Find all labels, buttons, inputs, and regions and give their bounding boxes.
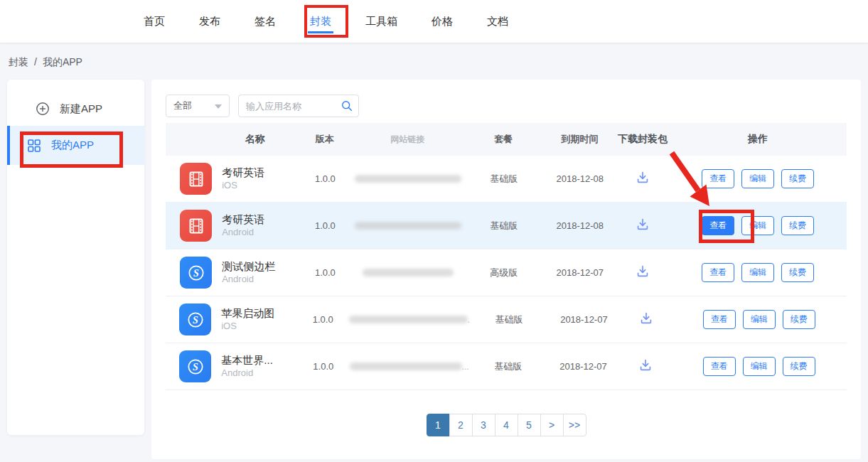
table-row: 考研英语 iOS 1.0.0 基础版 2018-12-08 查看 编辑 续费 (166, 156, 847, 203)
col-header-link: 网站链接 (351, 134, 464, 146)
plan-badge: 基础版 (469, 360, 547, 373)
website-link-blurred (352, 269, 464, 276)
expiry-date: 2018-12-07 (548, 314, 620, 325)
page-button-1[interactable]: 1 (427, 414, 450, 436)
sidebar-item-my-app[interactable]: 我的APP (7, 126, 144, 165)
page-button-5[interactable]: 5 (518, 414, 541, 436)
breadcrumb: 封装 / 我的APP (9, 56, 82, 69)
page-button-2[interactable]: 2 (449, 414, 473, 436)
breadcrumb-current: 我的APP (43, 56, 82, 69)
svg-text:S: S (193, 315, 198, 326)
category-select[interactable]: 全部 (166, 95, 230, 117)
page-button-3[interactable]: 3 (472, 414, 495, 436)
renew-button[interactable]: 续费 (783, 310, 815, 329)
download-icon[interactable] (638, 311, 654, 326)
app-version: 1.0.0 (299, 220, 351, 231)
edit-button[interactable]: 编辑 (743, 310, 776, 329)
view-button[interactable]: 查看 (702, 263, 734, 282)
col-header-expiry: 到期时间 (543, 133, 616, 146)
film-icon (180, 163, 212, 195)
app-name: 苹果启动图 (221, 306, 296, 321)
expiry-date: 2018-12-07 (544, 267, 616, 278)
app-name: 测试侧边栏 (222, 259, 299, 274)
plan-badge: 基础版 (470, 313, 548, 326)
page-button-4[interactable]: 4 (495, 414, 518, 436)
website-link-blurred (352, 222, 464, 230)
col-header-version: 版本 (298, 133, 351, 146)
download-icon[interactable] (638, 358, 653, 373)
nav-tab-price[interactable]: 价格 (432, 15, 453, 28)
filter-bar: 全部 (166, 95, 359, 117)
nav-tab-publish[interactable]: 发布 (199, 15, 220, 28)
app-platform: Android (222, 274, 299, 286)
renew-button[interactable]: 续费 (783, 357, 815, 376)
nav-tab-sign[interactable]: 签名 (254, 15, 276, 28)
edit-button[interactable]: 编辑 (741, 216, 774, 235)
download-icon[interactable] (635, 170, 650, 186)
app-platform: iOS (221, 321, 296, 333)
view-button-active[interactable]: 查看 (702, 216, 734, 235)
edit-button[interactable]: 编辑 (741, 263, 774, 282)
renew-button[interactable]: 续费 (781, 216, 814, 235)
svg-text:S: S (193, 362, 198, 372)
nav-tab-toolbox[interactable]: 工具箱 (365, 15, 397, 28)
blurred-link (355, 222, 461, 230)
app-platform: iOS (222, 180, 299, 192)
plus-circle-icon (36, 102, 50, 116)
category-select-value: 全部 (173, 100, 192, 112)
nav-tab-docs[interactable]: 文档 (487, 15, 508, 28)
website-link-blurred: . (349, 315, 470, 325)
download-icon[interactable] (635, 264, 650, 279)
s-logo-icon: S (180, 257, 212, 289)
renew-button[interactable]: 续费 (781, 263, 814, 282)
plan-badge: 基础版 (464, 220, 544, 232)
expiry-date: 2018-12-08 (544, 173, 616, 184)
edit-button[interactable]: 编辑 (741, 169, 774, 188)
expiry-date: 2018-12-08 (544, 220, 616, 231)
app-version: 1.0.0 (297, 314, 349, 325)
app-platform: Android (221, 367, 297, 380)
s-logo-icon: S (179, 350, 211, 382)
blurred-link (363, 269, 454, 276)
blurred-link (355, 175, 461, 183)
s-logo-icon: S (179, 303, 211, 335)
main-panel: 全部 名称 版本 网站链接 套餐 到期时间 下载封装包 操作 (151, 80, 861, 459)
view-button[interactable]: 查看 (702, 169, 734, 188)
breadcrumb-section[interactable]: 封装 (9, 56, 28, 69)
view-button[interactable]: 查看 (703, 357, 736, 376)
next-page-button[interactable]: > (540, 414, 564, 436)
blurred-link (349, 316, 468, 323)
expiry-date: 2018-12-07 (547, 361, 619, 372)
col-header-actions: 操作 (669, 133, 847, 146)
edit-button[interactable]: 编辑 (743, 357, 776, 376)
app-version: 1.0.0 (297, 361, 350, 372)
table-row-highlighted: 考研英语 Android 1.0.0 基础版 2018-12-08 查看 编辑 … (166, 203, 847, 249)
app-version: 1.0.0 (299, 267, 351, 278)
nav-tab-home[interactable]: 首页 (144, 15, 165, 28)
last-page-button[interactable]: >> (563, 414, 586, 436)
svg-text:S: S (193, 268, 199, 279)
caret-down-icon (215, 104, 222, 109)
table-header-row: 名称 版本 网站链接 套餐 到期时间 下载封装包 操作 (166, 123, 847, 156)
renew-button[interactable]: 续费 (781, 169, 814, 188)
col-header-name: 名称 (212, 133, 298, 146)
search-box (238, 95, 359, 117)
apps-table: 名称 版本 网站链接 套餐 到期时间 下载封装包 操作 考研英语 iOS 1.0… (166, 123, 847, 390)
sidebar-item-new-app[interactable]: 新建APP (7, 92, 144, 126)
app-name: 考研英语 (222, 213, 299, 227)
blurred-link (350, 362, 462, 370)
view-button[interactable]: 查看 (703, 310, 736, 329)
table-row: S 基本世界... Android 1.0.0 ... 基础版 2018-12-… (166, 343, 847, 390)
main-nav: 首页 发布 签名 封装 工具箱 价格 文档 (144, 0, 508, 43)
col-header-download: 下载封装包 (616, 133, 670, 146)
col-header-plan: 套餐 (464, 133, 543, 146)
app-platform: Android (222, 227, 299, 239)
grid-icon (27, 139, 41, 153)
page: 首页 发布 签名 封装 工具箱 价格 文档 封装 / 我的APP 新建APP 我… (0, 0, 868, 462)
sidebar: 新建APP 我的APP (7, 80, 144, 435)
nav-tab-package[interactable]: 封装 (310, 15, 331, 28)
download-icon[interactable] (635, 217, 650, 232)
app-version: 1.0.0 (299, 173, 351, 184)
search-icon[interactable] (341, 100, 353, 112)
table-row: S 苹果启动图 iOS 1.0.0 . 基础版 2018-12-07 查看 编辑… (166, 296, 847, 343)
